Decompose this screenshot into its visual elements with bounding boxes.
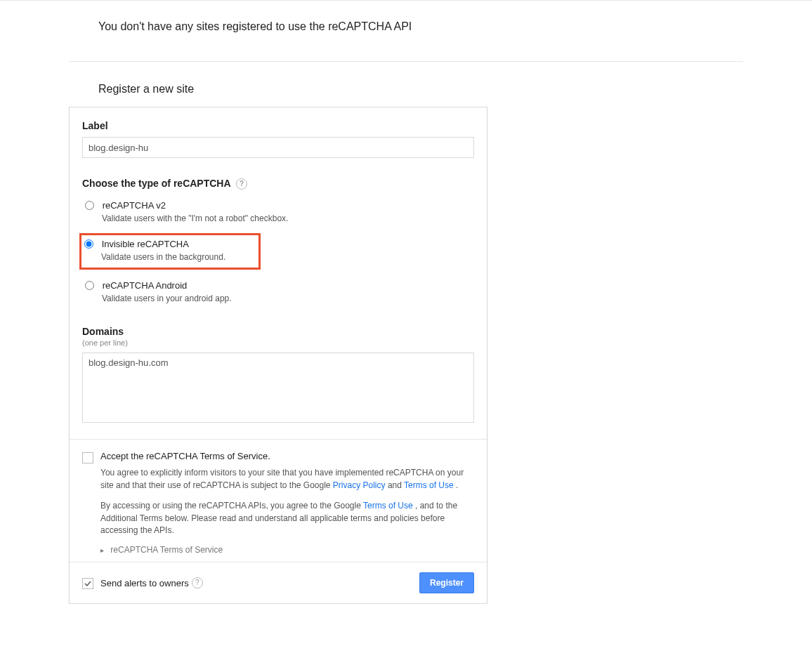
radio-android-desc: Validate users in your android app. [102, 294, 474, 303]
register-card: Label Choose the type of reCAPTCHA ? reC… [69, 107, 487, 604]
register-button[interactable]: Register [419, 572, 474, 593]
no-sites-message: You don't have any sites registered to u… [0, 1, 812, 61]
privacy-policy-link[interactable]: Privacy Policy [333, 480, 386, 490]
radio-v2-title: reCAPTCHA v2 [103, 200, 166, 211]
tos-paragraph-2: By accessing or using the reCAPTCHA APIs… [100, 500, 474, 536]
tos-expand-label: reCAPTCHA Terms of Service [110, 545, 223, 555]
domains-textarea[interactable]: blog.design-hu.com [82, 353, 474, 423]
help-icon[interactable]: ? [236, 178, 247, 190]
card-footer: Send alerts to owners ? Register [70, 562, 487, 603]
card-separator [70, 439, 487, 440]
radio-android[interactable] [85, 281, 94, 290]
type-header-text: Choose the type of reCAPTCHA [82, 178, 230, 189]
tos-period1: . [456, 480, 458, 490]
radio-android-title: reCAPTCHA Android [103, 280, 188, 291]
domains-header: Domains [82, 326, 474, 337]
send-alerts-label: Send alerts to owners [100, 578, 189, 588]
triangle-right-icon: ▸ [100, 546, 104, 554]
domains-hint: (one per line) [82, 338, 474, 347]
terms-of-use-link-2[interactable]: Terms of Use [363, 501, 413, 511]
tos-p2-pre: By accessing or using the reCAPTCHA APIs… [100, 501, 363, 511]
radio-v2-desc: Validate users with the "I'm not a robot… [102, 213, 474, 223]
radio-invisible-desc: Validate users in the background. [101, 252, 253, 262]
accept-tos-checkbox[interactable] [82, 452, 93, 463]
label-field-header: Label [82, 120, 474, 131]
terms-of-use-link-1[interactable]: Terms of Use [404, 480, 454, 490]
register-section-title: Register a new site [0, 62, 812, 107]
label-input[interactable] [82, 137, 474, 158]
radio-option-android[interactable]: reCAPTCHA Android Validate users in your… [82, 277, 474, 306]
send-alerts-checkbox[interactable] [82, 578, 93, 589]
radio-invisible-title: Invisible reCAPTCHA [102, 239, 189, 249]
tos-paragraph-1: You agree to explicitly inform visitors … [100, 467, 474, 492]
tos-expand[interactable]: ▸ reCAPTCHA Terms of Service [100, 545, 474, 555]
tos-and1: and [388, 480, 404, 490]
check-icon [84, 580, 91, 587]
type-header: Choose the type of reCAPTCHA ? [82, 178, 474, 190]
radio-option-v2[interactable]: reCAPTCHA v2 Validate users with the "I'… [82, 197, 474, 226]
radio-option-invisible[interactable]: Invisible reCAPTCHA Validate users in th… [79, 233, 261, 270]
accept-tos-label: Accept the reCAPTCHA Terms of Service. [100, 451, 474, 461]
radio-invisible[interactable] [84, 239, 93, 249]
radio-v2[interactable] [85, 201, 94, 210]
help-icon[interactable]: ? [192, 577, 203, 588]
